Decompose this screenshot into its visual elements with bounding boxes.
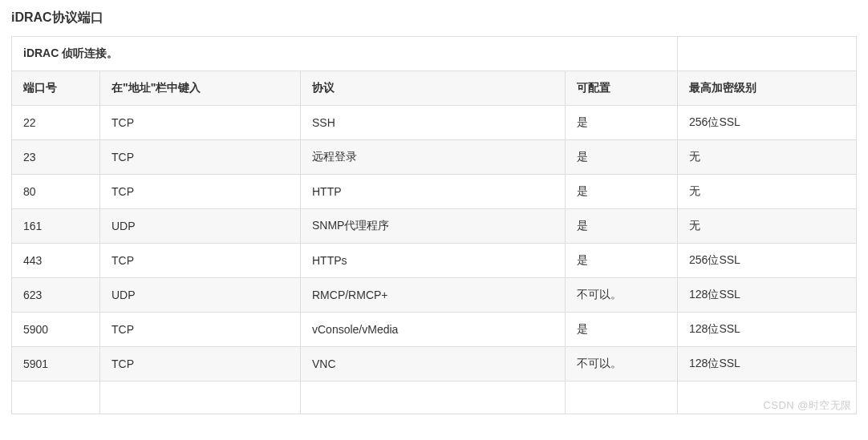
cell-encryption: 128位SSL xyxy=(678,313,857,347)
cell-configurable: 是 xyxy=(566,106,678,140)
cell-address: TCP xyxy=(100,244,301,278)
cell-address: UDP xyxy=(100,209,301,244)
page-title: iDRAC协议端口 xyxy=(11,10,857,26)
cell-configurable: 是 xyxy=(566,209,678,244)
cell-address: TCP xyxy=(100,140,301,175)
cell-protocol: 远程登录 xyxy=(301,140,566,175)
col-address: 在"地址"栏中键入 xyxy=(100,71,301,106)
table-row: 22TCPSSH是256位SSL xyxy=(12,106,857,140)
cell-address: UDP xyxy=(100,278,301,313)
cell-port: 22 xyxy=(12,106,100,140)
table-caption: iDRAC 侦听连接。 xyxy=(12,37,678,71)
cell-port: 80 xyxy=(12,175,100,209)
cell-empty xyxy=(12,381,100,414)
col-encryption: 最高加密级别 xyxy=(678,71,857,106)
table-row: 161UDPSNMP代理程序是无 xyxy=(12,209,857,244)
cell-encryption: 256位SSL xyxy=(678,244,857,278)
cell-protocol: SSH xyxy=(301,106,566,140)
table-row-empty xyxy=(12,381,857,414)
cell-address: TCP xyxy=(100,175,301,209)
cell-configurable: 是 xyxy=(566,313,678,347)
col-protocol: 协议 xyxy=(301,71,566,106)
table-caption-empty xyxy=(678,37,857,71)
table-row: 5901TCPVNC不可以。128位SSL xyxy=(12,347,857,381)
cell-port: 5901 xyxy=(12,347,100,381)
table-header-row: 端口号 在"地址"栏中键入 协议 可配置 最高加密级别 xyxy=(12,71,857,106)
cell-configurable: 是 xyxy=(566,175,678,209)
cell-empty xyxy=(566,381,678,414)
cell-protocol: HTTP xyxy=(301,175,566,209)
cell-encryption: 128位SSL xyxy=(678,278,857,313)
table-row: 443TCPHTTPs是256位SSL xyxy=(12,244,857,278)
ports-table: iDRAC 侦听连接。 端口号 在"地址"栏中键入 协议 可配置 最高加密级别 … xyxy=(11,36,857,414)
cell-address: TCP xyxy=(100,347,301,381)
cell-configurable: 是 xyxy=(566,244,678,278)
col-configurable: 可配置 xyxy=(566,71,678,106)
cell-port: 23 xyxy=(12,140,100,175)
cell-encryption: 256位SSL xyxy=(678,106,857,140)
table-row: 23TCP远程登录是无 xyxy=(12,140,857,175)
cell-address: TCP xyxy=(100,106,301,140)
cell-configurable: 不可以。 xyxy=(566,347,678,381)
cell-empty xyxy=(301,381,566,414)
cell-port: 161 xyxy=(12,209,100,244)
cell-port: 623 xyxy=(12,278,100,313)
cell-protocol: RMCP/RMCP+ xyxy=(301,278,566,313)
cell-protocol: VNC xyxy=(301,347,566,381)
cell-encryption: 无 xyxy=(678,140,857,175)
cell-protocol: vConsole/vMedia xyxy=(301,313,566,347)
table-row: 623UDPRMCP/RMCP+不可以。128位SSL xyxy=(12,278,857,313)
cell-encryption: 无 xyxy=(678,175,857,209)
cell-encryption: 无 xyxy=(678,209,857,244)
cell-protocol: HTTPs xyxy=(301,244,566,278)
col-port: 端口号 xyxy=(12,71,100,106)
table-caption-row: iDRAC 侦听连接。 xyxy=(12,37,857,71)
table-row: 80TCPHTTP是无 xyxy=(12,175,857,209)
cell-encryption: 128位SSL xyxy=(678,347,857,381)
cell-configurable: 不可以。 xyxy=(566,278,678,313)
cell-address: TCP xyxy=(100,313,301,347)
cell-empty xyxy=(678,381,857,414)
cell-protocol: SNMP代理程序 xyxy=(301,209,566,244)
cell-port: 443 xyxy=(12,244,100,278)
cell-port: 5900 xyxy=(12,313,100,347)
cell-empty xyxy=(100,381,301,414)
table-row: 5900TCPvConsole/vMedia是128位SSL xyxy=(12,313,857,347)
cell-configurable: 是 xyxy=(566,140,678,175)
